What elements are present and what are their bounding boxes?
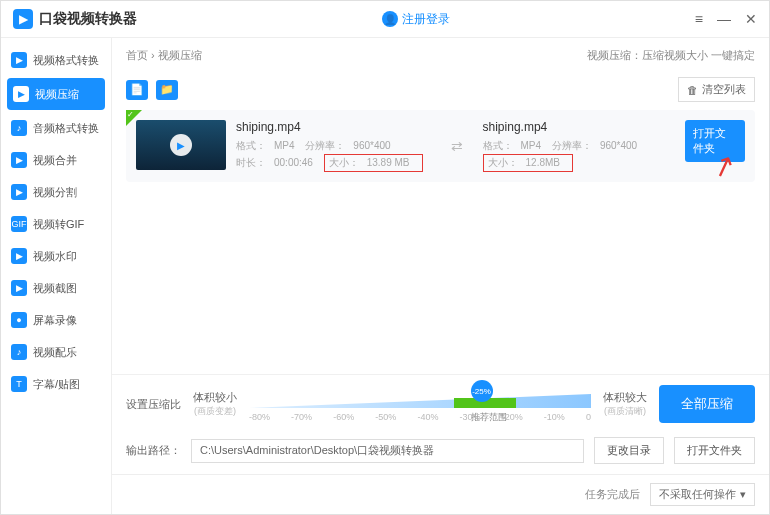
file-row[interactable]: ▶ shiping.mp4 格式：MP4 分辨率：960*400 时长：00:0… [126,110,755,182]
compress-ratio-label: 设置压缩比 [126,397,181,412]
compress-slider[interactable]: 推荐范围 -25% -80%-70%-60%-50%-40%-30%-20%-1… [249,386,591,422]
compress-icon: ▶ [13,86,29,102]
app-title: 口袋视频转换器 [39,10,137,28]
output-path-input[interactable] [191,439,584,463]
sidebar-item-audio-convert[interactable]: ♪音频格式转换 [1,112,111,144]
breadcrumb-home[interactable]: 首页 [126,49,148,61]
breadcrumb-current: 视频压缩 [158,49,202,61]
text-icon: T [11,376,27,392]
merge-icon: ▶ [11,152,27,168]
after-task-select[interactable]: 不采取任何操作▾ [650,483,755,506]
app-logo-icon: ▶ [13,9,33,29]
size-large-label: 体积较大(画质清晰) [603,390,647,418]
target-size-highlight: 大小：12.8MB [483,154,573,172]
open-folder-button[interactable]: 打开文件夹 [685,120,745,162]
sidebar-item-video-split[interactable]: ▶视频分割 [1,176,111,208]
sidebar-item-video-merge[interactable]: ▶视频合并 [1,144,111,176]
add-file-button[interactable]: 📄 [126,80,148,100]
clear-list-button[interactable]: 🗑清空列表 [678,77,755,102]
output-path-label: 输出路径： [126,443,181,458]
add-folder-button[interactable]: 📁 [156,80,178,100]
page-tip: 视频压缩：压缩视频大小 一键搞定 [587,48,755,63]
sidebar-item-bgm[interactable]: ♪视频配乐 [1,336,111,368]
sidebar-item-screen-record[interactable]: ●屏幕录像 [1,304,111,336]
play-icon: ▶ [170,134,192,156]
slider-marks: -80%-70%-60%-50%-40%-30%-20%-10%0 [249,412,591,422]
split-icon: ▶ [11,184,27,200]
sidebar: ▶视频格式转换 ▶视频压缩 ♪音频格式转换 ▶视频合并 ▶视频分割 GIF视频转… [1,38,111,514]
sidebar-item-subtitle[interactable]: T字幕/贴图 [1,368,111,400]
swap-icon: ⇄ [451,138,463,154]
close-button[interactable]: ✕ [745,11,757,27]
source-filename: shiping.mp4 [236,120,431,134]
screenshot-icon: ▶ [11,280,27,296]
breadcrumb: 首页 › 视频压缩 视频压缩：压缩视频大小 一键搞定 [112,38,769,73]
after-task-label: 任务完成后 [585,487,640,502]
source-size-highlight: 大小：13.89 MB [324,154,423,172]
sidebar-item-video-convert[interactable]: ▶视频格式转换 [1,44,111,76]
music-icon: ♪ [11,344,27,360]
trash-icon: 🗑 [687,84,698,96]
chevron-down-icon: ▾ [740,488,746,501]
sidebar-item-watermark[interactable]: ▶视频水印 [1,240,111,272]
video-icon: ▶ [11,52,27,68]
sidebar-item-video-gif[interactable]: GIF视频转GIF [1,208,111,240]
user-icon: 👤 [382,11,398,27]
video-thumbnail[interactable]: ▶ [136,120,226,170]
compress-all-button[interactable]: 全部压缩 [659,385,755,423]
audio-icon: ♪ [11,120,27,136]
sidebar-item-screenshot[interactable]: ▶视频截图 [1,272,111,304]
menu-button[interactable]: ≡ [695,11,703,27]
size-small-label: 体积较小(画质变差) [193,390,237,418]
change-dir-button[interactable]: 更改目录 [594,437,664,464]
minimize-button[interactable]: — [717,11,731,27]
watermark-icon: ▶ [11,248,27,264]
login-label: 注册登录 [402,11,450,28]
sidebar-item-video-compress[interactable]: ▶视频压缩 [7,78,105,110]
open-output-folder-button[interactable]: 打开文件夹 [674,437,755,464]
check-icon [126,110,142,126]
gif-icon: GIF [11,216,27,232]
login-link[interactable]: 👤 注册登录 [382,11,450,28]
target-filename: shiping.mp4 [483,120,646,134]
slider-handle[interactable]: -25% [471,380,493,402]
record-icon: ● [11,312,27,328]
